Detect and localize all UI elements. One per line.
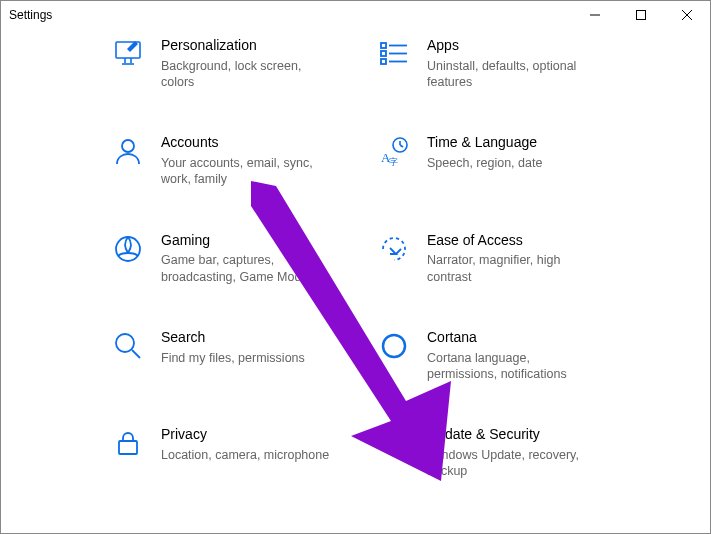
tile-label: Gaming bbox=[161, 232, 333, 249]
personalization-icon bbox=[113, 37, 143, 67]
cortana-icon bbox=[379, 329, 409, 361]
tile-ease-of-access[interactable]: Ease of Access Narrator, magnifier, high… bbox=[379, 232, 639, 285]
tile-label: Time & Language bbox=[427, 134, 542, 151]
tile-desc: Background, lock screen, colors bbox=[161, 58, 333, 91]
tile-desc: Windows Update, recovery, backup bbox=[427, 447, 599, 480]
svg-rect-8 bbox=[381, 43, 386, 48]
maximize-button[interactable] bbox=[618, 1, 664, 29]
tile-label: Search bbox=[161, 329, 305, 346]
tile-label: Accounts bbox=[161, 134, 333, 151]
apps-icon bbox=[379, 37, 409, 67]
privacy-icon bbox=[113, 426, 143, 458]
tile-time-language[interactable]: A 字 Time & Language Speech, region, date bbox=[379, 134, 639, 187]
tile-privacy[interactable]: Privacy Location, camera, microphone bbox=[113, 426, 373, 479]
tile-desc: Location, camera, microphone bbox=[161, 447, 329, 463]
svg-rect-12 bbox=[381, 59, 386, 64]
tile-label: Update & Security bbox=[427, 426, 599, 443]
tile-desc: Game bar, captures, broadcasting, Game M… bbox=[161, 252, 333, 285]
settings-grid: Personalization Background, lock screen,… bbox=[1, 29, 710, 499]
tile-cortana[interactable]: Cortana Cortana language, permissions, n… bbox=[379, 329, 639, 382]
gaming-icon bbox=[113, 232, 143, 264]
svg-text:字: 字 bbox=[389, 157, 398, 166]
svg-point-24 bbox=[383, 335, 405, 357]
tile-desc: Your accounts, email, sync, work, family bbox=[161, 155, 333, 188]
svg-rect-1 bbox=[637, 11, 646, 20]
search-icon bbox=[113, 329, 143, 361]
titlebar: Settings bbox=[1, 1, 710, 29]
tile-desc: Narrator, magnifier, high contrast bbox=[427, 252, 599, 285]
tile-label: Personalization bbox=[161, 37, 333, 54]
tile-gaming[interactable]: Gaming Game bar, captures, broadcasting,… bbox=[113, 232, 373, 285]
minimize-button[interactable] bbox=[572, 1, 618, 29]
svg-line-23 bbox=[132, 350, 140, 358]
tile-desc: Speech, region, date bbox=[427, 155, 542, 171]
svg-point-14 bbox=[122, 140, 134, 152]
window-title: Settings bbox=[9, 8, 572, 22]
time-language-icon: A 字 bbox=[379, 134, 409, 166]
ease-of-access-icon bbox=[379, 232, 409, 264]
tile-apps[interactable]: Apps Uninstall, defaults, optional featu… bbox=[379, 37, 639, 90]
close-button[interactable] bbox=[664, 1, 710, 29]
svg-rect-25 bbox=[119, 441, 137, 454]
tile-label: Apps bbox=[427, 37, 599, 54]
tile-label: Ease of Access bbox=[427, 232, 599, 249]
update-security-icon bbox=[379, 426, 409, 458]
tile-personalization[interactable]: Personalization Background, lock screen,… bbox=[113, 37, 373, 90]
svg-point-22 bbox=[116, 334, 134, 352]
svg-point-20 bbox=[116, 237, 140, 261]
tile-accounts[interactable]: Accounts Your accounts, email, sync, wor… bbox=[113, 134, 373, 187]
accounts-icon bbox=[113, 134, 143, 166]
tile-label: Privacy bbox=[161, 426, 329, 443]
svg-line-21 bbox=[396, 249, 401, 254]
tile-search[interactable]: Search Find my files, permissions bbox=[113, 329, 373, 382]
tile-desc: Uninstall, defaults, optional features bbox=[427, 58, 599, 91]
svg-line-17 bbox=[400, 145, 403, 147]
tile-desc: Find my files, permissions bbox=[161, 350, 305, 366]
tile-label: Cortana bbox=[427, 329, 599, 346]
tile-update-security[interactable]: Update & Security Windows Update, recove… bbox=[379, 426, 639, 479]
tile-desc: Cortana language, permissions, notificat… bbox=[427, 350, 599, 383]
svg-rect-10 bbox=[381, 51, 386, 56]
